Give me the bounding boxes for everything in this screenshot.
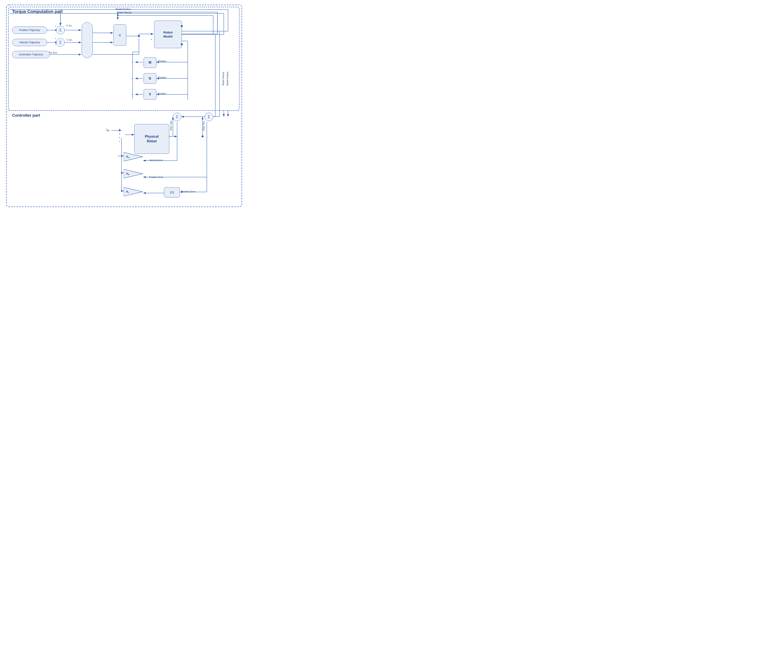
sum1-plus2: + — [55, 29, 56, 31]
sum1-minus: - — [58, 29, 59, 32]
svg-text:+: + — [119, 140, 120, 143]
tau-m-label: τM — [106, 128, 109, 132]
position-error-ki-label: Position Error — [181, 190, 196, 193]
svg-rect-71 — [202, 135, 204, 137]
model-pos-right-label: Model Position — [226, 72, 229, 86]
Kp-gain: KP — [124, 169, 143, 178]
sum2-plus3: + — [55, 43, 56, 46]
svg-text:+: + — [119, 128, 120, 131]
model-vel-right-label: Model Velocity — [222, 72, 224, 85]
velocity-error-label: Velocity Error — [149, 159, 163, 162]
svg-text:+: + — [119, 132, 120, 135]
sum-junction-1: Σ — [56, 26, 65, 34]
p-err-label: P. Err. — [66, 24, 73, 27]
sum-pos-junction: Σ — [205, 113, 213, 121]
controller-section-label: Controller part — [12, 113, 40, 118]
vel-traj-label: Velocity Trajectory — [19, 41, 40, 44]
real-velo-label: Real. Velo — [170, 121, 172, 131]
svg-text:+: + — [119, 136, 120, 139]
tra-accl-label: Tra. Accl. — [49, 51, 58, 54]
V-block: V — [144, 89, 156, 100]
pos-traj-label: Position Trajectory — [19, 29, 40, 32]
sum-junction-2: Σ — [56, 38, 65, 47]
svg-text:+: + — [132, 93, 133, 96]
Kv-gain: KV — [124, 152, 143, 161]
position-g-label: Position — [158, 76, 166, 79]
svg-text:+: + — [151, 32, 152, 35]
integrator-block: 1/S — [164, 187, 180, 198]
svg-rect-3 — [8, 7, 239, 110]
velocity-trajectory-block: Velocity Trajectory — [12, 39, 47, 46]
position-trajectory-block: Position Trajectory — [12, 26, 47, 34]
Ki-gain: KI — [124, 187, 143, 196]
sum1-top-plus: + — [59, 23, 61, 26]
svg-text:+: + — [132, 77, 133, 80]
acc-traj-label: Accleration Trajectory — [19, 53, 43, 56]
diagram-container: + + — [3, 3, 245, 209]
model-pos-top-label: Model Position — [116, 8, 131, 10]
gain-filter-block — [82, 22, 93, 58]
svg-text:+: + — [132, 61, 133, 64]
sum-velo-junction: Σ — [173, 113, 181, 121]
v-err-label: V. Err. — [66, 39, 73, 41]
robot-model-connector-1 — [181, 25, 183, 27]
G-block: G — [144, 73, 156, 84]
robot-model-block: RobotModel — [154, 20, 182, 48]
robot-model-connector-2 — [181, 44, 183, 45]
real-pos-label: Real. Pos. — [202, 121, 205, 131]
x-multiplier-block: x — [114, 24, 126, 46]
sum2-plus2: + — [55, 40, 56, 43]
M-block: M — [144, 57, 156, 68]
position-v-label: Position — [158, 92, 166, 95]
acceleration-trajectory-block: Accleration Trajectory — [12, 51, 50, 58]
svg-rect-19 — [138, 35, 140, 37]
torque-section-label: Torque Computation part — [12, 9, 63, 14]
position-error-kp-label: Position Error — [149, 176, 163, 178]
position-m-label: Position — [158, 60, 166, 62]
physical-robot-block: PhysicalRobot — [134, 124, 169, 154]
svg-text:+: + — [151, 38, 152, 41]
model-vel-top-label: Model Velocity — [117, 11, 132, 14]
sum2-plus1: + — [55, 37, 56, 40]
sum1-plus1: + — [55, 25, 56, 28]
